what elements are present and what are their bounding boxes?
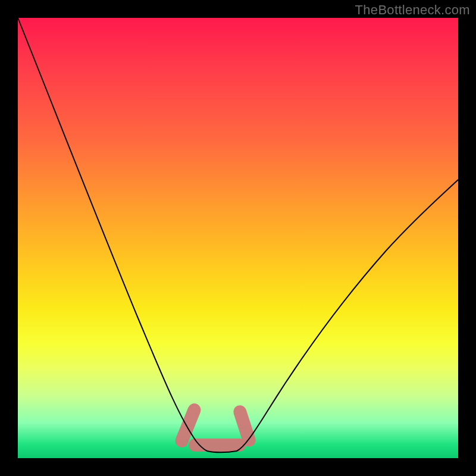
plot-area (18, 18, 458, 458)
chart-frame: TheBottleneck.com (0, 0, 476, 476)
curve-left-branch (18, 18, 207, 451)
curve-svg (18, 18, 458, 458)
curve-valley (207, 451, 237, 452)
curve-right-branch (237, 180, 458, 451)
watermark-text: TheBottleneck.com (355, 2, 470, 18)
